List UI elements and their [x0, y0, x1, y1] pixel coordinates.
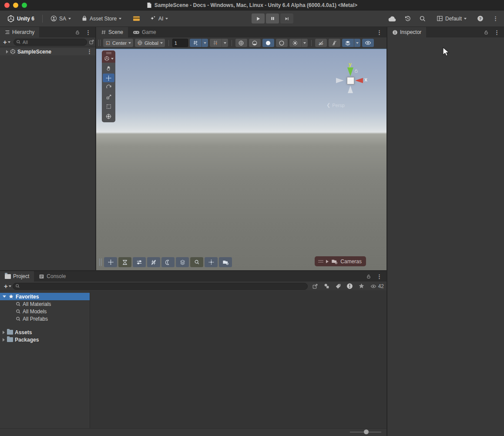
y-axis-cone[interactable] — [347, 67, 353, 76]
tree-item-favorites[interactable]: Favorites — [0, 293, 90, 300]
scene-viewport[interactable]: y x ❮ Persp — [96, 49, 386, 270]
overlays-toggle-button[interactable] — [342, 39, 354, 47]
layers-overlay-button[interactable] — [176, 257, 189, 267]
project-menu-button[interactable]: ⋮ — [375, 274, 383, 279]
transform-tool-button[interactable] — [103, 112, 114, 121]
cloud-button[interactable] — [388, 16, 396, 22]
hierarchy-item-samplescene[interactable]: SampleScene ⋮ — [0, 48, 95, 55]
view-options-dropdown[interactable] — [104, 56, 114, 61]
scene-visibility-button[interactable] — [362, 39, 374, 47]
neg-y-axis-cone[interactable] — [348, 86, 353, 93]
x-axis-cone[interactable] — [355, 78, 363, 83]
orientation-dropdown[interactable]: Global — [135, 39, 165, 47]
effects-dropdown[interactable] — [301, 39, 308, 47]
account-dropdown[interactable]: SA — [48, 13, 74, 23]
help-button[interactable]: ? — [477, 15, 484, 22]
render-mode-overlay-button[interactable] — [161, 257, 175, 267]
gizmo-lock-button[interactable] — [354, 68, 359, 74]
tab-scene[interactable]: Scene — [96, 27, 128, 37]
tab-console[interactable]: Console — [34, 271, 71, 282]
tab-game[interactable]: Game — [128, 27, 161, 37]
expand-arrow-icon[interactable] — [6, 50, 8, 54]
search-by-label-button[interactable] — [335, 283, 341, 289]
sliders-overlay-button[interactable] — [133, 257, 146, 267]
move-tool-overlay-button[interactable] — [104, 257, 117, 267]
step-button[interactable] — [280, 13, 293, 23]
overlay-drag-handle[interactable] — [318, 260, 323, 262]
grid-visibility-toggle[interactable] — [210, 39, 222, 47]
hierarchy-picker-button[interactable] — [89, 39, 94, 45]
slider-knob[interactable] — [364, 429, 369, 434]
projection-label[interactable]: ❮ Persp — [326, 102, 345, 108]
overlays-dropdown[interactable] — [354, 39, 360, 47]
undo-history-button[interactable] — [404, 15, 411, 22]
gizmo-overlay-button[interactable] — [205, 257, 218, 267]
hourglass-overlay-button[interactable] — [118, 257, 131, 267]
twod-toggle-button[interactable]: 2D — [315, 39, 327, 47]
overlay-drag-handle[interactable] — [106, 52, 111, 54]
scene-item-menu-button[interactable]: ⋮ — [85, 49, 94, 54]
tree-item-packages[interactable]: Packages — [0, 336, 90, 343]
tree-item-assets[interactable]: Assets — [0, 329, 90, 336]
grid-size-field[interactable] — [172, 39, 188, 47]
favorites-filter-button[interactable] — [358, 283, 365, 289]
gizmos-toggle-button[interactable] — [329, 39, 340, 47]
lighting-toggle-button[interactable] — [262, 39, 274, 47]
tab-hierarchy[interactable]: Hierarchy — [0, 27, 39, 37]
toolbar-drag-handle[interactable] — [98, 40, 101, 46]
hierarchy-menu-button[interactable]: ⋮ — [84, 30, 92, 35]
shaded-mode-button[interactable] — [249, 39, 261, 47]
move-tool-button[interactable] — [103, 74, 114, 82]
grid-snap-dropdown[interactable] — [202, 39, 208, 47]
pan-tool-button[interactable] — [103, 64, 114, 73]
pause-button[interactable] — [266, 13, 279, 23]
expand-arrow-icon[interactable] — [326, 260, 329, 263]
draw-mode-button[interactable] — [235, 39, 247, 47]
project-add-button[interactable]: + — [3, 282, 13, 290]
hidden-count-button[interactable]: 42 — [370, 283, 384, 289]
inspector-menu-button[interactable]: ⋮ — [493, 30, 501, 35]
grid-visibility-dropdown[interactable] — [222, 39, 228, 47]
scene-tab-menu-button[interactable]: ⋮ — [375, 30, 383, 35]
pivot-mode-dropdown[interactable]: Center — [103, 39, 133, 47]
collapse-arrow-icon[interactable] — [3, 295, 6, 298]
neg-x-axis-cone[interactable] — [336, 78, 344, 83]
expand-arrow-icon[interactable] — [3, 338, 5, 342]
zoom-window-button[interactable] — [22, 3, 27, 8]
close-window-button[interactable] — [4, 3, 10, 8]
inspector-lock-button[interactable] — [484, 30, 489, 35]
tree-item-all-materials[interactable]: All Materials — [0, 300, 90, 308]
project-picker-button[interactable] — [312, 283, 318, 289]
search-overlay-button[interactable] — [190, 257, 203, 267]
minimize-window-button[interactable] — [13, 3, 18, 8]
search-button[interactable] — [419, 15, 426, 22]
hierarchy-search-input[interactable] — [23, 40, 84, 45]
asset-store-dropdown[interactable]: Asset Store — [79, 13, 124, 23]
grid-snap-toggle[interactable] — [190, 39, 202, 47]
hierarchy-lock-button[interactable] — [75, 30, 80, 35]
expand-arrow-icon[interactable] — [3, 331, 5, 334]
tree-item-all-models[interactable]: All Models — [0, 308, 90, 315]
project-search-input[interactable] — [22, 284, 305, 289]
gizmo-center-cube[interactable] — [347, 77, 354, 84]
importance-filter-button[interactable] — [346, 283, 353, 289]
tab-inspector[interactable]: Inspector — [387, 27, 426, 37]
project-lock-button[interactable] — [366, 274, 371, 279]
tree-item-all-prefabs[interactable]: All Prefabs — [0, 315, 90, 322]
thumbnail-size-slider[interactable] — [350, 429, 381, 434]
effects-toggle-button[interactable] — [289, 39, 301, 47]
play-button[interactable] — [252, 13, 265, 23]
search-by-type-button[interactable] — [323, 283, 330, 289]
toolbar-more-menu[interactable]: ⋮ — [491, 16, 500, 21]
audio-toggle-button[interactable] — [276, 39, 288, 47]
orientation-gizmo[interactable]: y x ❮ Persp — [335, 58, 366, 94]
scale-tool-button[interactable] — [103, 93, 114, 101]
project-files-area[interactable] — [90, 292, 386, 428]
package-manager-button[interactable] — [130, 13, 143, 23]
layout-dropdown[interactable]: Default — [434, 13, 469, 23]
grid-overlay-button[interactable] — [147, 257, 160, 267]
hierarchy-add-button[interactable]: + — [2, 38, 12, 46]
tab-project[interactable]: Project — [0, 271, 34, 282]
camera-overlay-button[interactable] — [219, 257, 232, 267]
cameras-overlay[interactable]: Cameras — [315, 256, 366, 266]
